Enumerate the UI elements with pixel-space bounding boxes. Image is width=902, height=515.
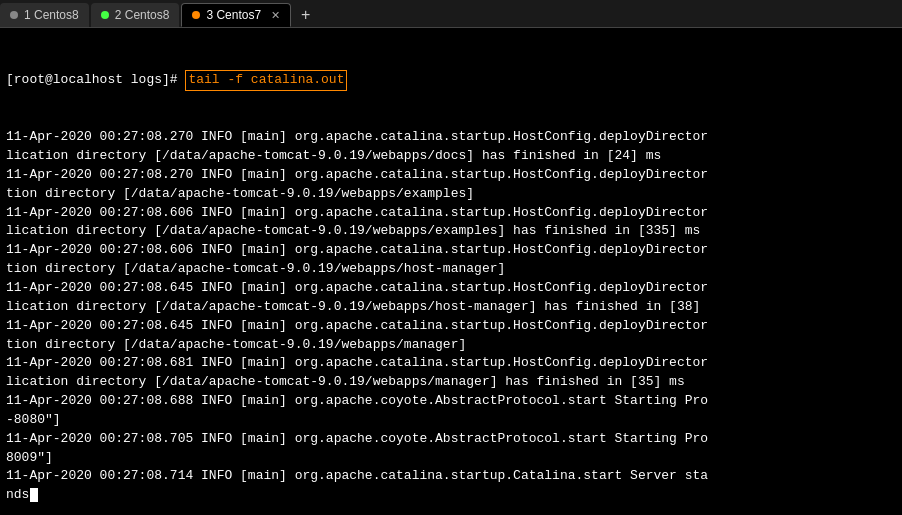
log-line: 11-Apr-2020 00:27:08.645 INFO [main] org… — [6, 279, 896, 298]
log-line: 11-Apr-2020 00:27:08.714 INFO [main] org… — [6, 467, 896, 486]
log-line: tion directory [/data/apache-tomcat-9.0.… — [6, 185, 896, 204]
terminal-area: [root@localhost logs]# tail -f catalina.… — [0, 28, 902, 515]
log-line: nds — [6, 486, 896, 505]
tab-centos7-3[interactable]: 3 Centos7 ✕ — [181, 3, 291, 27]
log-line: lication directory [/data/apache-tomcat-… — [6, 222, 896, 241]
tab-bar: 1 Centos8 2 Centos8 3 Centos7 ✕ + — [0, 0, 902, 28]
terminal-command: tail -f catalina.out — [185, 70, 347, 91]
log-output: 11-Apr-2020 00:27:08.270 INFO [main] org… — [6, 128, 896, 505]
tab-close-icon[interactable]: ✕ — [271, 9, 280, 22]
tab-dot-1 — [10, 11, 18, 19]
tab-label-3: 3 Centos7 — [206, 8, 261, 22]
tab-centos8-1[interactable]: 1 Centos8 — [0, 3, 89, 27]
log-line: 11-Apr-2020 00:27:08.606 INFO [main] org… — [6, 241, 896, 260]
log-line: tion directory [/data/apache-tomcat-9.0.… — [6, 336, 896, 355]
tab-centos8-2[interactable]: 2 Centos8 — [91, 3, 180, 27]
tab-label-1: 1 Centos8 — [24, 8, 79, 22]
log-line: 11-Apr-2020 00:27:08.681 INFO [main] org… — [6, 354, 896, 373]
log-line: 11-Apr-2020 00:27:08.270 INFO [main] org… — [6, 166, 896, 185]
log-line: 11-Apr-2020 00:27:08.606 INFO [main] org… — [6, 204, 896, 223]
log-line: 11-Apr-2020 00:27:08.705 INFO [main] org… — [6, 430, 896, 449]
log-line: lication directory [/data/apache-tomcat-… — [6, 147, 896, 166]
log-line: tion directory [/data/apache-tomcat-9.0.… — [6, 260, 896, 279]
tab-dot-3 — [192, 11, 200, 19]
terminal-cursor — [30, 488, 38, 502]
tab-add-button[interactable]: + — [293, 3, 318, 27]
log-line: 11-Apr-2020 00:27:08.645 INFO [main] org… — [6, 317, 896, 336]
log-line: -8080"] — [6, 411, 896, 430]
tab-label-2: 2 Centos8 — [115, 8, 170, 22]
log-line: 11-Apr-2020 00:27:08.688 INFO [main] org… — [6, 392, 896, 411]
log-line: 11-Apr-2020 00:27:08.270 INFO [main] org… — [6, 128, 896, 147]
log-line: lication directory [/data/apache-tomcat-… — [6, 373, 896, 392]
command-line: [root@localhost logs]# tail -f catalina.… — [6, 70, 896, 91]
log-line: lication directory [/data/apache-tomcat-… — [6, 298, 896, 317]
terminal-prompt: [root@localhost logs]# — [6, 71, 185, 90]
tab-dot-2 — [101, 11, 109, 19]
log-line: 8009"] — [6, 449, 896, 468]
